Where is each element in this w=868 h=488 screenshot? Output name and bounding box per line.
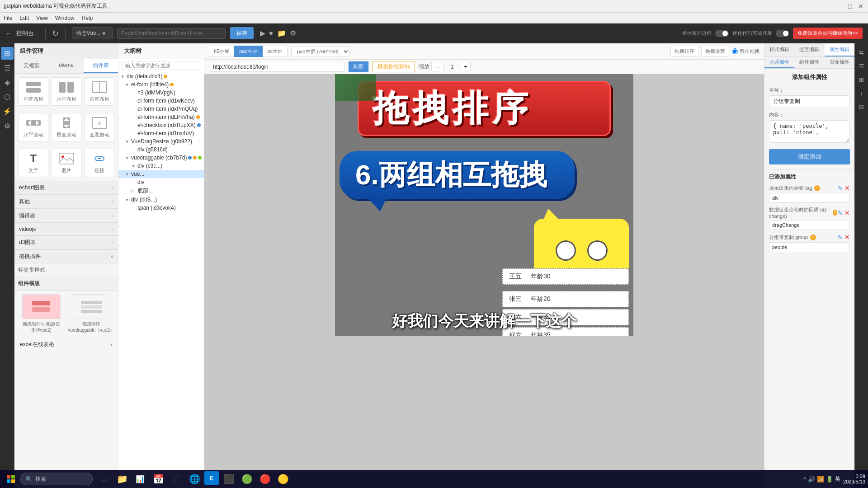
display-border-toggle[interactable] — [715, 30, 729, 37]
url-input[interactable] — [117, 28, 226, 39]
drag-disable-input[interactable] — [732, 48, 738, 54]
start-button[interactable] — [3, 471, 19, 487]
taskbar-app-8[interactable]: ⬛ — [221, 471, 237, 487]
tree-item-div-inner[interactable]: div — [118, 178, 204, 186]
tree-item-div-idis[interactable]: ▼ div (idIS...) — [118, 196, 204, 204]
close-btn[interactable]: ✕ — [857, 3, 864, 10]
sys-icon-wifi[interactable]: 📶 — [817, 476, 824, 483]
taskbar-app-3[interactable]: 📊 — [132, 471, 148, 487]
component-vertical-layout[interactable]: 垂直布局 — [18, 77, 48, 106]
tree-item-div-c3[interactable]: ▼ div (c3c...) — [118, 162, 204, 170]
back-icon[interactable]: ← — [5, 30, 12, 37]
right-icon-3[interactable]: ⊞ — [856, 74, 867, 85]
canvas-url-input[interactable] — [209, 62, 344, 72]
confirm-add-btn[interactable]: 确定添加 — [769, 149, 850, 164]
taskbar-app-4[interactable]: 📅 — [150, 471, 166, 487]
tree-item-div-default[interactable]: ▼ div (defaultId1) — [118, 72, 204, 80]
tree-item-form-item-2[interactable]: el-form-item (idxPmQUq) — [118, 105, 204, 113]
attr-group-info-icon[interactable]: ? — [810, 235, 816, 240]
promo-button[interactable]: 免费领取会员与赚钱活动>> — [793, 28, 863, 39]
sys-icon-expand[interactable]: ^ — [803, 476, 806, 483]
taskbar-app-5[interactable]: 🖊 — [168, 471, 184, 487]
canvas-refresh-btn[interactable]: 刷新 — [348, 61, 369, 72]
subtab-public[interactable]: 公共属性 — [764, 57, 794, 68]
zoom-in-btn[interactable]: + — [461, 62, 471, 71]
size-h5[interactable]: h5小屏 — [209, 46, 234, 57]
canvas-size-select[interactable]: pad中屏 (768*768) — [291, 46, 350, 57]
attr-group-input[interactable] — [769, 242, 850, 252]
attr-tag-info-icon[interactable]: ? — [814, 185, 820, 191]
tab-prop-edit[interactable]: 属性编辑 — [825, 43, 854, 56]
maximize-btn[interactable]: □ — [846, 3, 854, 10]
save-button[interactable]: 保存 — [230, 27, 254, 39]
menu-edit[interactable]: Edit — [19, 15, 29, 21]
tab-interact-edit[interactable]: 交互编辑 — [794, 43, 824, 56]
attr-change-info-icon[interactable]: ? — [833, 210, 837, 216]
refresh-icon[interactable]: ↻ — [52, 28, 59, 38]
tree-item-form-item-3[interactable]: el-form-item (idLPkVha) — [118, 113, 204, 121]
left-icon-data[interactable]: ◈ — [1, 76, 14, 89]
tab-no-framework[interactable]: 无框架 — [14, 59, 49, 73]
tree-item-checkbox[interactable]: el-checkbox (idxRupXX) — [118, 121, 204, 129]
zoom-out-btn[interactable]: — — [431, 62, 443, 71]
section-d3[interactable]: d3图表 › — [14, 235, 118, 249]
settings-icon[interactable]: ⚙ — [290, 29, 296, 38]
section-editor[interactable]: 编辑器 › — [14, 209, 118, 223]
drag-disable-radio[interactable]: 禁止拖拽 — [732, 46, 760, 57]
tree-item-el-form[interactable]: ▼ el-form (idflite4) — [118, 80, 204, 89]
tree-item-span[interactable]: span (id3cvok4) — [118, 204, 204, 212]
canvas-template-btn[interactable]: 模板按钮赚钱 — [373, 61, 415, 72]
section-other[interactable]: 其他 › — [14, 195, 118, 209]
minimize-btn[interactable]: — — [835, 3, 843, 10]
tab-element[interactable]: eleme — [49, 59, 83, 73]
attr-group-delete-btn[interactable]: ✕ — [844, 234, 850, 241]
component-h-scroll[interactable]: 水平滚动 — [18, 113, 48, 141]
section-drag[interactable]: 拖拽插件 ∨ — [14, 249, 118, 263]
menu-window[interactable]: Window — [55, 15, 75, 21]
play-icon[interactable]: ▶ — [260, 29, 265, 38]
left-icon-vars[interactable]: ⬡ — [1, 90, 14, 103]
taskbar-app-1[interactable]: 🗂 — [96, 471, 112, 487]
component-draw-layout[interactable]: 画直布局 — [84, 77, 114, 106]
tree-item-h3[interactable]: h3 (idMMVpgN) — [118, 89, 204, 97]
subtab-component[interactable]: 组件属性 — [794, 57, 824, 68]
content-textarea[interactable]: { name: 'people', pull: 'clone', — [769, 120, 850, 143]
size-pc[interactable]: pc大屏 — [263, 46, 288, 57]
tree-item-vue-active[interactable]: ▼ vue... — [118, 170, 204, 178]
sys-icon-battery[interactable]: 🔋 — [826, 476, 833, 483]
tree-item-vuedraggable[interactable]: ▼ vuedraggable (cb7b7d) — [118, 154, 204, 162]
size-pad[interactable]: pad中屏 — [234, 46, 262, 57]
attr-change-edit-btn[interactable]: ✎ — [837, 209, 843, 216]
save-type-dropdown[interactable]: 动态Vue... ▾ — [72, 27, 113, 39]
attr-group-edit-btn[interactable]: ✎ — [837, 234, 843, 241]
left-icon-api[interactable]: ⚡ — [1, 105, 14, 117]
left-icon-settings[interactable]: ⚙ — [1, 119, 14, 132]
attr-tag-delete-btn[interactable]: ✕ — [844, 184, 850, 192]
taskbar-app-9[interactable]: 🟢 — [239, 471, 255, 487]
attr-tag-input[interactable] — [769, 193, 850, 203]
left-icon-pages[interactable]: ☰ — [1, 61, 14, 74]
right-icon-1[interactable]: ⇆ — [856, 47, 867, 58]
tab-plugin[interactable]: 插件库 — [84, 59, 118, 73]
right-icon-4[interactable]: ↕ — [856, 88, 867, 99]
drag-nest-btn[interactable]: 拖拽嵌套 — [701, 46, 729, 57]
outline-search-input[interactable] — [122, 61, 200, 70]
section-videojs[interactable]: videojs › — [14, 223, 118, 235]
component-horizontal-layout[interactable]: 水平布局 — [51, 77, 81, 106]
right-icon-5[interactable]: ⊟ — [856, 101, 867, 112]
menu-help[interactable]: Help — [82, 15, 93, 21]
template-drag-sort[interactable]: 拖拽排序vuedraggable（vue2） — [68, 294, 115, 333]
excel-section[interactable]: excel在线表格 › — [14, 337, 118, 352]
component-image[interactable]: 图片 — [51, 149, 81, 177]
taskbar-app-10[interactable]: 🔴 — [257, 471, 273, 487]
taskbar-app-2[interactable]: 📁 — [114, 471, 130, 487]
right-icon-2[interactable]: ☰ — [856, 61, 867, 71]
drag-sort-btn[interactable]: 拖拽排序 — [670, 46, 698, 57]
optimize-code-toggle[interactable] — [776, 30, 789, 37]
taskbar-search[interactable]: 🔍 搜索 — [20, 473, 93, 485]
folder-icon[interactable]: 📁 — [277, 29, 286, 38]
component-text[interactable]: T 文字 — [18, 149, 48, 177]
menu-view[interactable]: View — [36, 15, 48, 21]
attr-tag-edit-btn[interactable]: ✎ — [837, 184, 843, 192]
attr-change-delete-btn[interactable]: ✕ — [844, 209, 850, 216]
